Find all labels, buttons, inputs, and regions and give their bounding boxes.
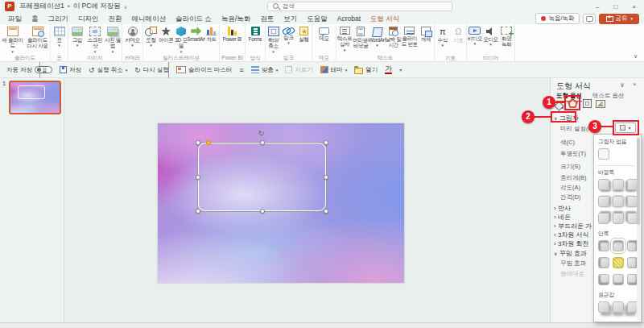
tab-shape-format[interactable]: 도형 서식 bbox=[365, 14, 404, 24]
resize-handle-w[interactable] bbox=[196, 175, 200, 180]
slide-thumbnail[interactable] bbox=[9, 81, 61, 114]
tab-review[interactable]: 검토 bbox=[255, 14, 279, 24]
smartart-button[interactable]: SmartArt bbox=[188, 27, 204, 42]
glow-section[interactable]: › 네온 bbox=[554, 213, 571, 222]
3d-rotation-section[interactable]: › 3차원 회전 bbox=[554, 239, 589, 248]
search-input[interactable]: 검색 bbox=[267, 2, 452, 11]
cameo-button[interactable]: 카메오▾ bbox=[122, 27, 142, 47]
icons-button[interactable]: 아이콘 bbox=[159, 27, 174, 43]
shadow-preset-outer-8[interactable] bbox=[613, 213, 624, 224]
align-button[interactable]: 맞춤▾ bbox=[251, 66, 279, 74]
panel-collapse-icon[interactable]: ∨ bbox=[620, 81, 625, 89]
tab-slideshow[interactable]: 슬라이드 쇼 bbox=[171, 14, 217, 24]
tab-transitions[interactable]: 전환 bbox=[104, 14, 127, 24]
slide-number-button[interactable]: 슬라이드 번호 bbox=[402, 27, 418, 48]
maximize-button[interactable]: □ bbox=[613, 3, 617, 10]
shadow-preset-dropdown[interactable]: ▾ bbox=[615, 122, 636, 133]
tab-animations[interactable]: 애니메이션 bbox=[127, 14, 171, 24]
shadow-preset-outer-5[interactable] bbox=[613, 196, 624, 207]
shadow-preset-inner-5-selected[interactable] bbox=[613, 257, 624, 268]
tab-text-options[interactable]: 텍스트 옵션 bbox=[592, 92, 625, 100]
artistic-effects-section[interactable]: ∨ 꾸밈 효과 bbox=[554, 249, 587, 258]
ribbon-collapse-icon[interactable]: ∨ bbox=[634, 53, 638, 60]
rotate-handle-icon[interactable]: ↻ bbox=[258, 130, 265, 138]
new-slide-button[interactable]: 새 슬라이드▾ bbox=[0, 27, 25, 53]
resize-handle-nw[interactable] bbox=[196, 140, 200, 145]
tab-acrobat[interactable]: Acrobat bbox=[332, 14, 365, 24]
reflection-section[interactable]: › 반사 bbox=[554, 204, 571, 213]
close-button[interactable]: × bbox=[632, 3, 636, 10]
minimize-button[interactable]: – bbox=[596, 3, 599, 10]
tab-draw[interactable]: 그리기 bbox=[43, 14, 74, 24]
shapes-button[interactable]: 도형▾ bbox=[143, 27, 159, 47]
selected-shape[interactable]: ↻ bbox=[197, 142, 327, 212]
date-time-button[interactable]: 날짜 및 시간 bbox=[386, 27, 402, 48]
chart-button[interactable]: 차트 bbox=[204, 27, 219, 42]
resize-handle-ne[interactable] bbox=[324, 140, 328, 145]
shadow-preset-outer-1[interactable] bbox=[598, 179, 609, 190]
resize-handle-e[interactable] bbox=[324, 175, 328, 180]
slide-canvas[interactable]: ↻ bbox=[64, 78, 550, 322]
shadow-preset-outer-2[interactable] bbox=[613, 179, 624, 190]
tab-view[interactable]: 보기 bbox=[279, 14, 302, 24]
header-footer-button[interactable]: 머리글/바닥글 bbox=[353, 27, 369, 49]
shadow-section-header[interactable]: ∨ 그림자 bbox=[554, 114, 579, 122]
pictures-button[interactable]: 그림▾ bbox=[68, 27, 86, 47]
record-button[interactable]: 녹음/녹화 bbox=[535, 13, 580, 24]
zoom-button[interactable]: 확대/축소▾ bbox=[266, 27, 281, 53]
shadow-preset-perspective-2[interactable] bbox=[613, 301, 624, 313]
picture-options-icon[interactable] bbox=[596, 100, 605, 108]
shadow-preset-inner-7[interactable] bbox=[598, 274, 609, 285]
gallery-scrollbar[interactable] bbox=[637, 136, 640, 320]
video-button[interactable]: 비디오▾ bbox=[467, 27, 483, 45]
3d-format-section[interactable]: › 3차원 서식 bbox=[554, 230, 589, 239]
comment-button[interactable]: 메모 bbox=[312, 27, 336, 41]
tab-home[interactable]: 홈 bbox=[27, 14, 43, 24]
shadow-preset-inner-8[interactable] bbox=[613, 274, 624, 285]
slide-master-button[interactable]: 슬라이드 마스터 bbox=[176, 66, 233, 74]
shadow-preset-inner-1[interactable] bbox=[598, 240, 609, 251]
shadow-preset-outer-4[interactable] bbox=[598, 196, 609, 207]
photo-album-button[interactable]: 사진 앨범▾ bbox=[104, 27, 122, 53]
equation-button[interactable]: π수식▾ bbox=[435, 27, 451, 47]
tab-design[interactable]: 디자인 bbox=[73, 14, 104, 24]
resize-handle-n[interactable] bbox=[260, 140, 265, 145]
qat-overflow-icon[interactable]: ▾ bbox=[399, 66, 402, 74]
shadow-preset-perspective-1[interactable] bbox=[598, 301, 609, 313]
tab-file[interactable]: 파일 bbox=[3, 14, 27, 24]
reuse-slides-button[interactable]: 슬라이드 다시 사용 bbox=[25, 27, 50, 49]
open-button[interactable]: 열기 bbox=[354, 66, 378, 74]
font-color-button[interactable]: 가 bbox=[385, 65, 392, 74]
power-bi-button[interactable]: Power BI bbox=[220, 27, 245, 42]
object-button[interactable]: 개체 bbox=[418, 27, 434, 42]
share-button[interactable]: 공유 ▾ bbox=[599, 14, 639, 24]
gridlines-icon[interactable]: ≡ bbox=[239, 66, 243, 74]
soft-edges-section[interactable]: › 부드러운 가장자리 bbox=[554, 222, 592, 230]
shadow-preset-inner-2[interactable] bbox=[613, 240, 624, 251]
panel-close-icon[interactable]: × bbox=[633, 81, 637, 88]
forms-button[interactable]: Forms bbox=[246, 27, 265, 42]
screenshot-button[interactable]: 스크린샷▾ bbox=[86, 27, 104, 53]
tab-record[interactable]: 녹음/녹화 bbox=[217, 14, 255, 24]
resize-handle-se[interactable] bbox=[324, 209, 328, 214]
resize-handle-sw[interactable] bbox=[196, 209, 200, 214]
screen-recording-button[interactable]: 화면 녹화 bbox=[498, 27, 514, 48]
rounded-rectangle-shape[interactable] bbox=[198, 143, 326, 211]
tab-help[interactable]: 도움말 bbox=[302, 14, 332, 24]
wordart-button[interactable]: WordArt▾ bbox=[369, 27, 385, 47]
size-properties-icon[interactable] bbox=[583, 99, 592, 108]
theme-button[interactable]: 테마▾ bbox=[320, 66, 348, 74]
comments-button[interactable] bbox=[583, 14, 596, 24]
shadow-preset-outer-7[interactable] bbox=[598, 213, 609, 224]
action-button[interactable]: 실행 bbox=[296, 27, 312, 42]
audio-button[interactable]: 오디오▾ bbox=[483, 27, 499, 46]
shadow-preset-inner-4[interactable] bbox=[598, 257, 609, 268]
text-box-button[interactable]: 텍스트 상자▾ bbox=[336, 27, 353, 52]
adjust-handle[interactable] bbox=[206, 140, 211, 145]
link-button[interactable]: 링크▾ bbox=[281, 27, 296, 44]
slide[interactable]: ↻ bbox=[158, 123, 404, 283]
shadow-preset-none[interactable] bbox=[598, 148, 609, 160]
document-title[interactable]: 프레젠테이션1 • 이 PC에 저장됨 ∨ bbox=[19, 2, 127, 11]
table-button[interactable]: 표▾ bbox=[51, 27, 68, 47]
resize-handle-s[interactable] bbox=[260, 209, 265, 214]
